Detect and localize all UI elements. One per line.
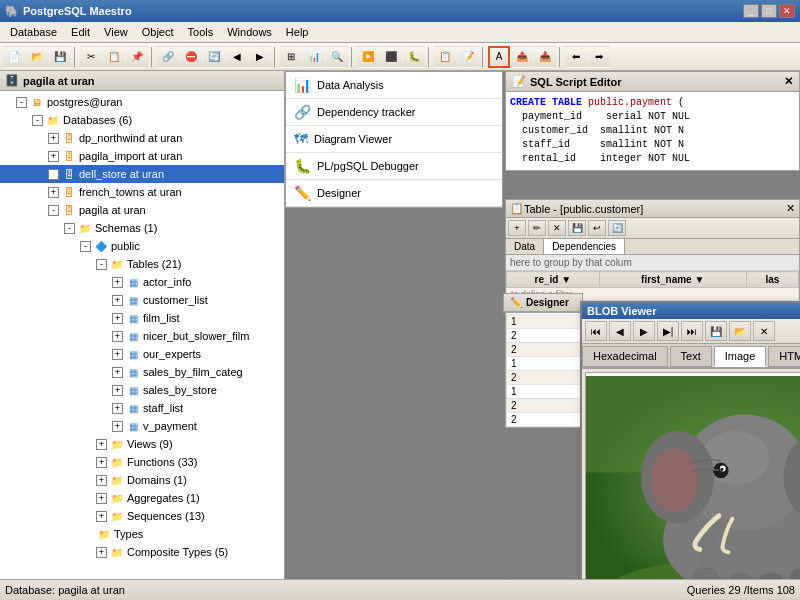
col-first-name[interactable]: first_name ▼ <box>599 272 746 288</box>
expand-nicer-film[interactable]: + <box>112 331 123 342</box>
tree-item-dp-northwind[interactable]: + 🗄 dp_northwind at uran <box>0 129 284 147</box>
tb-open[interactable]: 📂 <box>26 46 48 68</box>
tree-item-tables[interactable]: - 📁 Tables (21) <box>0 255 284 273</box>
expand-postgres[interactable]: - <box>16 97 27 108</box>
tp-refresh[interactable]: 🔄 <box>608 220 626 236</box>
tp-del[interactable]: ✕ <box>548 220 566 236</box>
expand-aggregates[interactable]: + <box>96 493 107 504</box>
tb-connect[interactable]: 🔗 <box>157 46 179 68</box>
nav-debugger[interactable]: 🐛 PL/pgSQL Debugger <box>286 153 502 180</box>
tree-item-aggregates[interactable]: + 📁 Aggregates (1) <box>0 489 284 507</box>
tb-next[interactable]: ➡ <box>588 46 610 68</box>
tp-add[interactable]: + <box>508 220 526 236</box>
tree-item-schemas[interactable]: - 📁 Schemas (1) <box>0 219 284 237</box>
tb-cut[interactable]: ✂ <box>80 46 102 68</box>
expand-sales-film[interactable]: + <box>112 367 123 378</box>
tree-item-pagila[interactable]: - 🗄 pagila at uran <box>0 201 284 219</box>
expand-views[interactable]: + <box>96 439 107 450</box>
expand-schemas[interactable]: - <box>64 223 75 234</box>
tb-table-view[interactable]: 📋 <box>434 46 456 68</box>
tb-new[interactable]: 📄 <box>3 46 25 68</box>
expand-tables[interactable]: - <box>96 259 107 270</box>
tp-edit[interactable]: ✏ <box>528 220 546 236</box>
expand-pagila-import[interactable]: + <box>48 151 59 162</box>
tree-item-functions[interactable]: + 📁 Functions (33) <box>0 453 284 471</box>
tree-item-types[interactable]: 📁 Types <box>0 525 284 543</box>
tree-item-sales-film[interactable]: + ▦ sales_by_film_categ <box>0 363 284 381</box>
nav-dependency-tracker[interactable]: 🔗 Dependency tracker <box>286 99 502 126</box>
tb-form-view[interactable]: 📝 <box>457 46 479 68</box>
tree-item-dell-store[interactable]: + 🗄 dell_store at uran <box>0 165 284 183</box>
expand-customer-list[interactable]: + <box>112 295 123 306</box>
tree-item-nicer-film[interactable]: + ▦ nicer_but_slower_film <box>0 327 284 345</box>
blob-tab-image[interactable]: Image <box>714 346 767 367</box>
tree-item-views[interactable]: + 📁 Views (9) <box>0 435 284 453</box>
col-re-id[interactable]: re_id ▼ <box>507 272 600 288</box>
tab-dependencies[interactable]: Dependencies <box>544 239 625 254</box>
menu-tools[interactable]: Tools <box>182 24 220 40</box>
expand-dell-store[interactable]: + <box>48 169 59 180</box>
tree-item-our-experts[interactable]: + ▦ our_experts <box>0 345 284 363</box>
expand-domains[interactable]: + <box>96 475 107 486</box>
tb-copy[interactable]: 📋 <box>103 46 125 68</box>
tree-item-composite-types[interactable]: + 📁 Composite Types (5) <box>0 543 284 561</box>
tb-chart[interactable]: 📊 <box>303 46 325 68</box>
tb-stop[interactable]: ⬛ <box>380 46 402 68</box>
tree-item-staff-list[interactable]: + ▦ staff_list <box>0 399 284 417</box>
tb-grid[interactable]: ⊞ <box>280 46 302 68</box>
expand-our-experts[interactable]: + <box>112 349 123 360</box>
tb-debug[interactable]: 🐛 <box>403 46 425 68</box>
tb-disconnect[interactable]: ⛔ <box>180 46 202 68</box>
tree-item-public[interactable]: - 🔷 public <box>0 237 284 255</box>
tp-save[interactable]: 💾 <box>568 220 586 236</box>
tb-save[interactable]: 💾 <box>49 46 71 68</box>
tb-back[interactable]: ◀ <box>226 46 248 68</box>
blob-clear[interactable]: ✕ <box>753 321 775 341</box>
minimize-button[interactable]: _ <box>743 4 759 18</box>
menu-object[interactable]: Object <box>136 24 180 40</box>
tree-item-actor-info[interactable]: + ▦ actor_info <box>0 273 284 291</box>
menu-database[interactable]: Database <box>4 24 63 40</box>
blob-load[interactable]: 📂 <box>729 321 751 341</box>
expand-sales-store[interactable]: + <box>112 385 123 396</box>
tb-import[interactable]: 📥 <box>534 46 556 68</box>
expand-staff-list[interactable]: + <box>112 403 123 414</box>
blob-first[interactable]: ⏮ <box>585 321 607 341</box>
blob-tab-html[interactable]: HTML <box>768 346 800 367</box>
tree-item-customer-list[interactable]: + ▦ customer_list <box>0 291 284 309</box>
expand-film-list[interactable]: + <box>112 313 123 324</box>
tb-export[interactable]: 📤 <box>511 46 533 68</box>
blob-tab-text[interactable]: Text <box>670 346 712 367</box>
expand-french-towns[interactable]: + <box>48 187 59 198</box>
expand-v-payment[interactable]: + <box>112 421 123 432</box>
expand-sequences[interactable]: + <box>96 511 107 522</box>
tree-item-domains[interactable]: + 📁 Domains (1) <box>0 471 284 489</box>
tb-prev[interactable]: ⬅ <box>565 46 587 68</box>
tp-cancel[interactable]: ↩ <box>588 220 606 236</box>
sql-close-button[interactable]: ✕ <box>784 75 793 88</box>
nav-designer[interactable]: ✏️ Designer <box>286 180 502 207</box>
expand-composite[interactable]: + <box>96 547 107 558</box>
maximize-button[interactable]: □ <box>761 4 777 18</box>
tb-refresh[interactable]: 🔄 <box>203 46 225 68</box>
table-panel-close[interactable]: ✕ <box>786 202 795 215</box>
expand-functions[interactable]: + <box>96 457 107 468</box>
menu-help[interactable]: Help <box>280 24 315 40</box>
expand-dp-northwind[interactable]: + <box>48 133 59 144</box>
expand-pagila[interactable]: - <box>48 205 59 216</box>
tb-highlighted[interactable]: A <box>488 46 510 68</box>
tree-item-french-towns[interactable]: + 🗄 french_towns at uran <box>0 183 284 201</box>
tb-forward[interactable]: ▶ <box>249 46 271 68</box>
tree-item-pagila-import[interactable]: + 🗄 pagila_import at uran <box>0 147 284 165</box>
nav-diagram-viewer[interactable]: 🗺 Diagram Viewer <box>286 126 502 153</box>
tab-data[interactable]: Data <box>506 239 544 254</box>
expand-actor-info[interactable]: + <box>112 277 123 288</box>
blob-play[interactable]: ▶ <box>633 321 655 341</box>
tb-filter[interactable]: 🔍 <box>326 46 348 68</box>
tree-item-v-payment[interactable]: + ▦ v_payment <box>0 417 284 435</box>
blob-save[interactable]: 💾 <box>705 321 727 341</box>
expand-public[interactable]: - <box>80 241 91 252</box>
menu-view[interactable]: View <box>98 24 134 40</box>
tree-content[interactable]: - 🖥 postgres@uran - 📁 Databases (6) + 🗄 … <box>0 91 284 579</box>
tree-item-sequences[interactable]: + 📁 Sequences (13) <box>0 507 284 525</box>
